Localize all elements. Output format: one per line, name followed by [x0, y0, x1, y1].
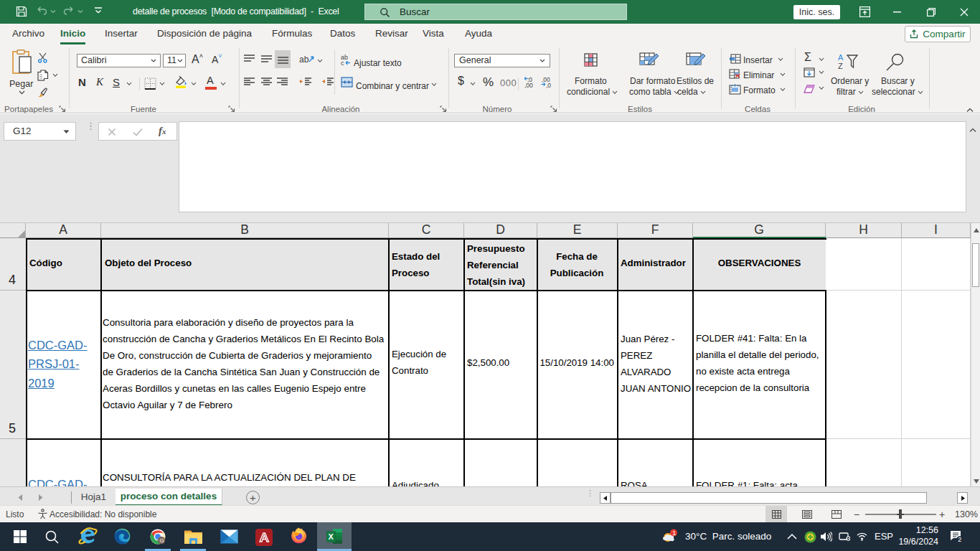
svg-text:X: X — [329, 532, 334, 541]
svg-text:,00: ,00 — [524, 82, 533, 88]
svg-text:c: c — [341, 60, 344, 66]
svg-text:ab: ab — [299, 55, 309, 65]
svg-text:1: 1 — [672, 529, 676, 537]
svg-text:A: A — [838, 53, 844, 62]
svg-text:Z: Z — [838, 62, 843, 70]
svg-text:G: G — [159, 537, 164, 544]
svg-text:,0: ,0 — [546, 82, 551, 88]
svg-text:2: 2 — [958, 536, 961, 542]
